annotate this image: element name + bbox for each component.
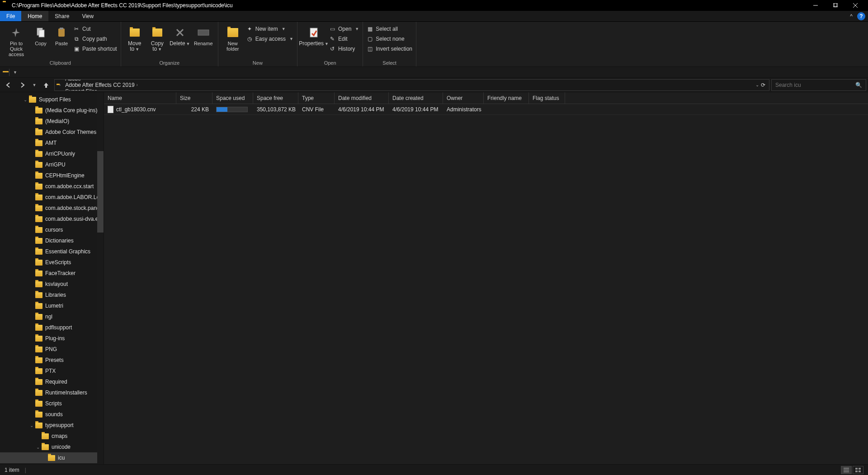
qat-dropdown-icon[interactable]: ▼: [13, 70, 17, 75]
col-owner[interactable]: Owner: [443, 92, 484, 104]
easy-access-button[interactable]: ◷Easy access▼: [246, 34, 293, 43]
tree-item[interactable]: com.adobe.LABOR.Lea: [0, 192, 104, 203]
paste-button[interactable]: Paste: [52, 24, 71, 46]
search-box[interactable]: 🔍: [771, 79, 866, 91]
search-icon[interactable]: 🔍: [855, 82, 862, 88]
tree-item[interactable]: ksvlayout: [0, 279, 104, 290]
tab-home[interactable]: Home: [21, 11, 48, 21]
tree-item[interactable]: PTX: [0, 366, 104, 376]
tab-file[interactable]: File: [0, 11, 21, 21]
tree-item[interactable]: Required: [0, 376, 104, 387]
delete-button[interactable]: Delete▼: [170, 24, 190, 47]
tree-typesupport[interactable]: ⌄ typesupport: [0, 420, 104, 431]
tree-item[interactable]: ngl: [0, 311, 104, 322]
nav-tree[interactable]: ⌄ Support Files ^ (Media Core plug-ins)(…: [0, 92, 104, 464]
col-size[interactable]: Size: [176, 92, 212, 104]
tree-item[interactable]: com.adobe.ccx.start: [0, 181, 104, 192]
ribbon: Pin to Quick access Copy Paste ✂Cut ⧉Cop…: [0, 22, 868, 67]
copy-path-button[interactable]: ⧉Copy path: [73, 34, 117, 43]
tree-item[interactable]: EveScripts: [0, 257, 104, 268]
col-spaceused[interactable]: Space used: [212, 92, 253, 104]
minimize-button[interactable]: [806, 0, 826, 11]
table-row[interactable]: ctl_gb18030.cnv 224 KB 350,103,872 KB CN…: [104, 104, 868, 115]
tree-root[interactable]: ⌄ Support Files ^: [0, 94, 104, 105]
tree-item[interactable]: Libraries: [0, 290, 104, 300]
breadcrumb[interactable]: Support Files›: [63, 88, 140, 91]
tree-item[interactable]: Adobe Color Themes: [0, 127, 104, 138]
tree-item[interactable]: ArriGPU: [0, 159, 104, 170]
tree-mappings[interactable]: mappings: [0, 463, 104, 464]
tree-item[interactable]: Presets: [0, 355, 104, 366]
copy-to-button[interactable]: Copy to▼: [147, 24, 167, 52]
paste-shortcut-button[interactable]: ▣Paste shortcut: [73, 44, 117, 53]
expand-icon[interactable]: ⌄: [35, 445, 41, 450]
help-icon[interactable]: ?: [857, 12, 865, 20]
ribbon-group-organize: Move to▼ Copy to▼ Delete▼ Rename Organiz…: [121, 22, 218, 66]
recent-dropdown-icon[interactable]: ▼: [31, 79, 38, 91]
move-to-button[interactable]: Move to▼: [125, 24, 145, 52]
address-dropdown-icon[interactable]: ⌄: [755, 82, 759, 87]
col-name[interactable]: Name: [104, 92, 176, 104]
svg-rect-1: [833, 3, 837, 7]
tree-item[interactable]: cursors: [0, 224, 104, 235]
close-button[interactable]: [845, 0, 865, 11]
new-folder-button[interactable]: New folder: [222, 24, 244, 52]
cut-button[interactable]: ✂Cut: [73, 24, 117, 33]
tab-view[interactable]: View: [75, 11, 100, 21]
col-modified[interactable]: Date modified: [335, 92, 389, 104]
tree-item[interactable]: com.adobe.susi-dva.e: [0, 214, 104, 224]
tree-item[interactable]: Essential Graphics: [0, 246, 104, 257]
collapse-ribbon-icon[interactable]: ^: [847, 13, 855, 19]
tree-item[interactable]: sounds: [0, 409, 104, 420]
select-none-button[interactable]: ▢Select none: [367, 34, 412, 43]
pin-quick-access-button[interactable]: Pin to Quick access: [4, 24, 29, 57]
tree-item[interactable]: (Media Core plug-ins): [0, 105, 104, 116]
tree-item[interactable]: FaceTracker: [0, 268, 104, 279]
tree-unicode[interactable]: ⌄ unicode: [0, 442, 104, 452]
tree-icu[interactable]: icu: [0, 452, 104, 463]
select-all-button[interactable]: ▦Select all: [367, 24, 412, 33]
back-button[interactable]: [2, 79, 14, 91]
refresh-icon[interactable]: ⟳: [761, 82, 765, 88]
crumb-sep[interactable]: ›: [57, 80, 62, 90]
open-button[interactable]: ▭Open▼: [329, 24, 359, 33]
invert-selection-button[interactable]: ◫Invert selection: [367, 44, 412, 53]
edit-button[interactable]: ✎Edit: [329, 34, 359, 43]
tree-cmaps[interactable]: cmaps: [0, 431, 104, 442]
properties-button[interactable]: Properties▼: [301, 24, 326, 47]
history-button[interactable]: ↺History: [329, 44, 359, 53]
expand-icon[interactable]: ⌄: [29, 423, 34, 428]
breadcrumb[interactable]: Adobe After Effects CC 2019›: [63, 82, 140, 88]
tree-item[interactable]: Plug-ins: [0, 333, 104, 344]
tree-item[interactable]: ArriCPUonly: [0, 148, 104, 159]
tree-item[interactable]: Lumetri: [0, 300, 104, 311]
tree-item[interactable]: com.adobe.stock.pane: [0, 203, 104, 214]
tree-item[interactable]: Scripts: [0, 398, 104, 409]
tree-item[interactable]: pdflsupport: [0, 322, 104, 333]
new-item-button[interactable]: ✦New item▼: [246, 24, 293, 33]
address-bar[interactable]: › This PC›(C:)›Program Files›Adobe›Adobe…: [54, 79, 769, 91]
col-type[interactable]: Type: [298, 92, 335, 104]
tree-item[interactable]: AMT: [0, 138, 104, 148]
view-details-button[interactable]: [841, 466, 852, 474]
col-created[interactable]: Date created: [389, 92, 443, 104]
tree-scrollbar[interactable]: [97, 92, 104, 464]
copy-button[interactable]: Copy: [32, 24, 50, 46]
tree-item[interactable]: RuntimeInstallers: [0, 387, 104, 398]
col-friendly[interactable]: Friendly name: [484, 92, 529, 104]
tab-share[interactable]: Share: [48, 11, 75, 21]
col-flag[interactable]: Flag status: [529, 92, 565, 104]
search-input[interactable]: [775, 82, 853, 88]
view-large-button[interactable]: [853, 466, 863, 474]
maximize-button[interactable]: [826, 0, 845, 11]
tree-item[interactable]: (MediaIO): [0, 116, 104, 127]
tree-item[interactable]: PNG: [0, 344, 104, 355]
col-spacefree[interactable]: Space free: [253, 92, 298, 104]
up-button[interactable]: [40, 79, 52, 91]
tree-item[interactable]: CEPHtmlEngine: [0, 170, 104, 181]
tree-scrollbar-thumb[interactable]: [97, 151, 104, 233]
tree-item[interactable]: Dictionaries: [0, 235, 104, 246]
rename-button[interactable]: Rename: [193, 24, 214, 46]
collapse-icon[interactable]: ⌄: [23, 97, 28, 102]
forward-button[interactable]: [16, 79, 29, 91]
